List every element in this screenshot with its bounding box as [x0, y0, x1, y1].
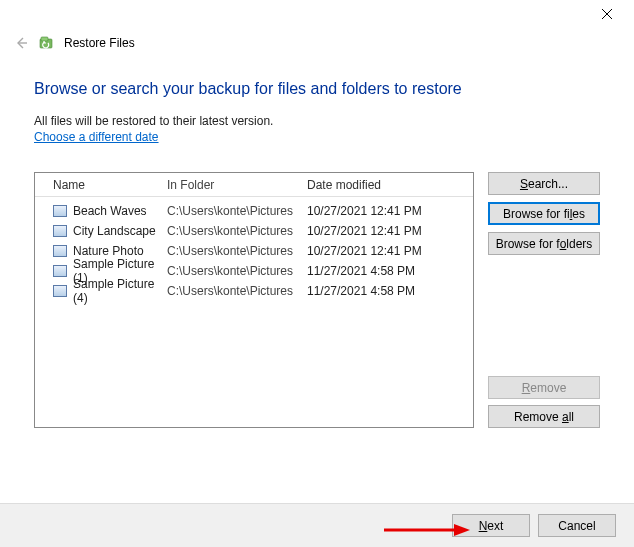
file-name: City Landscape	[73, 224, 156, 238]
file-date: 11/27/2021 4:58 PM	[303, 264, 473, 278]
browse-files-button[interactable]: Browse for files	[488, 202, 600, 225]
col-header-name[interactable]: Name	[35, 178, 163, 192]
subtext: All files will be restored to their late…	[34, 114, 600, 128]
file-name: Beach Waves	[73, 204, 147, 218]
window-title: Restore Files	[64, 36, 135, 50]
file-folder: C:\Users\konte\Pictures	[163, 244, 303, 258]
file-name: Nature Photo	[73, 244, 144, 258]
cancel-button[interactable]: Cancel	[538, 514, 616, 537]
file-date: 11/27/2021 4:58 PM	[303, 284, 473, 298]
file-folder: C:\Users\konte\Pictures	[163, 264, 303, 278]
titlebar	[0, 0, 634, 28]
image-file-icon	[53, 285, 67, 297]
list-header: Name In Folder Date modified	[35, 173, 473, 197]
back-arrow-icon[interactable]	[12, 34, 30, 52]
file-date: 10/27/2021 12:41 PM	[303, 224, 473, 238]
content-area: Browse or search your backup for files a…	[0, 56, 634, 438]
image-file-icon	[53, 205, 67, 217]
col-header-date[interactable]: Date modified	[303, 178, 473, 192]
svg-rect-4	[41, 37, 48, 41]
file-list[interactable]: Name In Folder Date modified Beach Waves…	[34, 172, 474, 428]
file-folder: C:\Users\konte\Pictures	[163, 284, 303, 298]
file-name: Sample Picture (4)	[73, 277, 163, 305]
search-button[interactable]: Search...	[488, 172, 600, 195]
header-row: Restore Files	[0, 28, 634, 56]
footer-bar: Next Cancel	[0, 503, 634, 547]
browse-folders-button[interactable]: Browse for folders	[488, 232, 600, 255]
table-row[interactable]: Sample Picture (4)C:\Users\konte\Picture…	[35, 281, 473, 301]
next-button[interactable]: Next	[452, 514, 530, 537]
close-button[interactable]	[588, 0, 626, 28]
choose-different-date-link[interactable]: Choose a different date	[34, 130, 159, 144]
remove-all-button[interactable]: Remove all	[488, 405, 600, 428]
image-file-icon	[53, 225, 67, 237]
remove-button: Remove	[488, 376, 600, 399]
restore-files-icon	[38, 34, 56, 52]
col-header-folder[interactable]: In Folder	[163, 178, 303, 192]
table-row[interactable]: Beach WavesC:\Users\konte\Pictures10/27/…	[35, 201, 473, 221]
image-file-icon	[53, 245, 67, 257]
side-buttons: Search... Browse for files Browse for fo…	[488, 172, 600, 428]
file-date: 10/27/2021 12:41 PM	[303, 204, 473, 218]
image-file-icon	[53, 265, 67, 277]
page-heading: Browse or search your backup for files a…	[34, 80, 600, 98]
file-folder: C:\Users\konte\Pictures	[163, 224, 303, 238]
file-date: 10/27/2021 12:41 PM	[303, 244, 473, 258]
table-row[interactable]: City LandscapeC:\Users\konte\Pictures10/…	[35, 221, 473, 241]
file-folder: C:\Users\konte\Pictures	[163, 204, 303, 218]
